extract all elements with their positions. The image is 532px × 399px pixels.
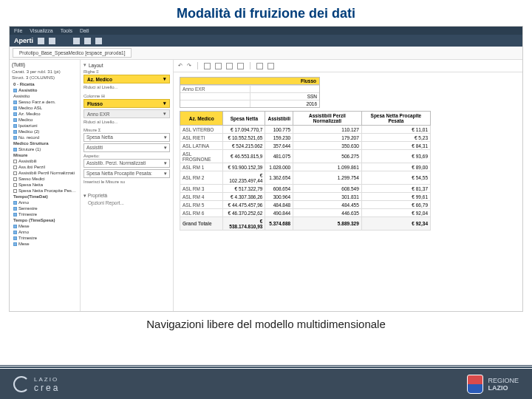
doc-icon[interactable] — [38, 38, 44, 44]
table-row[interactable]: ASL LATINA€ 524.215.062357.644350.630€ 8… — [180, 142, 431, 150]
checkbox-icon[interactable] — [13, 189, 17, 193]
table-row[interactable]: ASL FROSINONE€ 46.553.815,9481.075506.27… — [180, 150, 431, 163]
checkbox-icon[interactable] — [13, 171, 17, 175]
tree-item[interactable]: Assistito — [13, 93, 78, 99]
menu-tools[interactable]: Tools — [61, 28, 72, 33]
tree-item[interactable]: Spesa Netta Procapite Pesata — [13, 188, 78, 194]
th-0[interactable]: Az. Medico — [180, 112, 223, 126]
checkbox-icon[interactable] — [13, 136, 17, 140]
tree-item[interactable]: Anno — [13, 200, 78, 205]
checkbox-icon[interactable] — [13, 207, 17, 211]
checkbox-icon[interactable] — [13, 225, 17, 228]
checkbox-icon[interactable] — [13, 242, 17, 246]
tree-item[interactable]: Strutore (1) — [13, 146, 78, 152]
menu-dati[interactable]: Dati — [80, 28, 89, 33]
tree-item[interactable]: Medico (2) — [13, 129, 78, 134]
checkbox-icon[interactable] — [13, 130, 17, 134]
checkbox-icon[interactable] — [13, 177, 17, 181]
checkbox-icon[interactable] — [13, 89, 17, 92]
redo-icon[interactable]: ↷ — [187, 63, 191, 69]
tree-item[interactable]: Misure — [13, 152, 78, 158]
tree-item[interactable]: Trimestre — [13, 211, 78, 217]
pill-flusso[interactable]: Flusso▾ — [83, 99, 170, 108]
table-row[interactable]: ASL RM 1€ 93.900.152,391.028.0001.099.86… — [180, 163, 431, 171]
riduci-link-2[interactable]: Riduci al Livello... — [83, 120, 170, 124]
tree-item[interactable]: 0 - Ricetta — [13, 81, 78, 87]
tree-item[interactable]: Ass.ibti Perzil — [13, 164, 78, 170]
tree-item[interactable]: Az. Medico — [13, 111, 78, 117]
grid-icon[interactable] — [204, 63, 211, 69]
settings-icon[interactable] — [256, 63, 263, 69]
insert-measures-link[interactable]: Inserisci le Misure su — [83, 180, 170, 184]
sort-icon[interactable] — [237, 63, 244, 69]
checkbox-icon[interactable] — [13, 201, 17, 205]
checkbox-icon[interactable] — [13, 124, 17, 128]
checkbox-icon[interactable] — [13, 213, 17, 216]
tree-item[interactable]: Mese — [13, 223, 78, 229]
checkbox-icon[interactable] — [13, 100, 17, 104]
table-row[interactable]: ASL RM 5€ 44.475.457,96484.848484.455€ 6… — [180, 201, 431, 209]
table-row[interactable]: ASL RM 6€ 46.370.252,62490.844446.635€ 9… — [180, 209, 431, 217]
tree-item[interactable]: Tempo (TimeSpesa) — [13, 217, 78, 223]
tree-item[interactable]: No. record — [13, 134, 78, 140]
report-tab[interactable]: Prototipo_Base_SpesaMedico [espace_proro… — [13, 48, 132, 58]
tree-item[interactable]: Tempo(TimeDat) — [13, 194, 78, 200]
tree-item[interactable]: Ipotazioni — [13, 123, 78, 129]
plus-icon[interactable] — [49, 38, 55, 44]
pencil-icon[interactable] — [73, 38, 80, 44]
table-row[interactable]: ASL RIETI€ 10.552.521,65159.230179.207€ … — [180, 134, 431, 142]
chart-icon[interactable] — [215, 63, 222, 69]
tree-item[interactable]: Assistibili Perzil Normalizzati — [13, 170, 78, 176]
tree-item[interactable]: Semestre — [13, 205, 78, 211]
checkbox-icon[interactable] — [13, 148, 17, 151]
table-row[interactable]: ASL RM 4€ 4.307.386,26300.964301.831€ 99… — [180, 193, 431, 201]
checkbox-icon[interactable] — [13, 106, 17, 110]
sel-assist[interactable]: Assistiti▾ — [83, 143, 170, 152]
sel-aspetto[interactable]: Assistib. Perzi. Normalizzati▾ — [83, 159, 170, 168]
checkbox-icon[interactable] — [13, 112, 17, 116]
th-1[interactable]: Spesa Netta — [223, 112, 265, 126]
menu-visualizza[interactable]: Visualizza — [30, 28, 52, 33]
table-row[interactable]: ASL RM 3€ 517.322,79608.654608.549€ 81,3… — [180, 185, 431, 193]
tree-item[interactable]: Assistito — [13, 87, 78, 93]
riduci-link-1[interactable]: Riduci al Livello... — [83, 85, 170, 89]
sel-spesaproc[interactable]: Spesa Netta Procapite Pesata:▾ — [83, 169, 170, 178]
properties-header[interactable]: ▾ Proprietà — [83, 193, 170, 199]
table-row[interactable]: ASL RM 2€ 102.235.497,441.362.6541.299.7… — [180, 171, 431, 185]
th-4[interactable]: Spesa Netta Procapite Pesata — [361, 112, 430, 126]
sel-spesa[interactable]: Spesa Netta▾ — [83, 133, 170, 142]
filter-icon[interactable] — [226, 63, 233, 69]
tree-item[interactable]: Trimestre — [13, 235, 78, 241]
cell: 608.654 — [265, 185, 293, 193]
cell: 1.362.654 — [265, 171, 293, 185]
layout-header[interactable]: ▾Layout — [83, 62, 170, 68]
row-header: ASL RM 5 — [180, 201, 223, 209]
tree-item[interactable]: Anno — [13, 229, 78, 235]
checkbox-icon[interactable] — [13, 231, 17, 234]
tree-item[interactable]: Medico ASL — [13, 105, 78, 111]
report-options-link[interactable]: Opzioni Report... — [83, 200, 170, 205]
table-row[interactable]: ASL VITERBO€ 17.094.770,7100.775110.127€… — [180, 126, 431, 134]
tree-item[interactable]: Sesso Farz.e dem. — [13, 99, 78, 105]
tree-item[interactable]: Medico Struttura — [13, 140, 78, 146]
tree-item[interactable]: Spesa Netta — [13, 182, 78, 188]
th-2[interactable]: Assistibili — [265, 112, 293, 126]
check-icon[interactable] — [84, 38, 91, 44]
pill-anno[interactable]: Anno EXR▾ — [83, 109, 170, 118]
th-3[interactable]: Assistibili Perzil Normalizzati — [293, 112, 362, 126]
undo-icon[interactable]: ↶ — [178, 63, 183, 69]
menu-file[interactable]: File — [14, 28, 22, 33]
refresh-icon[interactable] — [267, 63, 274, 69]
checkbox-icon[interactable] — [13, 236, 17, 240]
pill-az-medico[interactable]: Az. Medico▾ — [83, 75, 170, 83]
filter-box: Flusso Anno EXR SSN 2016 — [180, 77, 320, 108]
tree-item[interactable]: Assistibili — [13, 158, 78, 164]
checkbox-icon[interactable] — [13, 183, 17, 187]
tree-item[interactable]: Medico — [13, 117, 78, 123]
checkbox-icon[interactable] — [13, 160, 17, 163]
checkbox-icon[interactable] — [13, 118, 17, 122]
checkbox-icon[interactable] — [13, 166, 17, 169]
export-icon[interactable] — [95, 38, 102, 44]
tree-item[interactable]: Sasso Medici — [13, 176, 78, 182]
tree-item[interactable]: Mese — [13, 241, 78, 247]
